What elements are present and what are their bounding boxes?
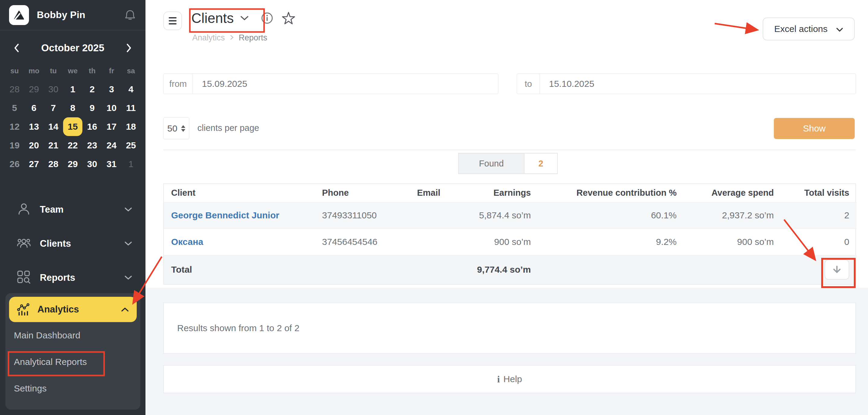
calendar-next-button[interactable] xyxy=(124,42,133,54)
people-icon xyxy=(17,236,31,251)
date-from-group: from 15.09.2025 xyxy=(163,73,498,94)
breadcrumb-analytics[interactable]: Analytics xyxy=(192,33,225,42)
calendar-day[interactable]: 29 xyxy=(24,80,43,99)
phone-cell: 37493311050 xyxy=(315,202,402,229)
column-header-total-visits: Total visits xyxy=(781,184,857,202)
app-name: Bobby Pin xyxy=(37,9,85,21)
calendar-day[interactable]: 25 xyxy=(121,136,141,155)
calendar-title: October 2025 xyxy=(41,42,104,54)
client-link[interactable]: George Bennedict Junior xyxy=(164,202,315,229)
calendar-weekdays: sumotuwethfrsa xyxy=(5,67,141,75)
total-visits-cell: 2 xyxy=(781,202,857,229)
per-page-label: clients per page xyxy=(197,123,259,133)
calendar-day[interactable]: 23 xyxy=(83,136,102,155)
page-title[interactable]: Clients xyxy=(191,10,234,26)
found-count-badge[interactable]: 2 xyxy=(525,153,558,174)
calendar-day[interactable]: 30 xyxy=(83,155,102,173)
section-divider xyxy=(163,150,856,150)
stepper-arrows-icon[interactable] xyxy=(181,125,185,132)
calendar-day[interactable]: 20 xyxy=(24,136,43,155)
calendar-day[interactable]: 14 xyxy=(44,117,63,136)
revenue-cell: 60.1% xyxy=(538,202,684,229)
chevron-down-icon xyxy=(124,241,132,246)
to-label: to xyxy=(517,74,540,94)
calendar-day[interactable]: 28 xyxy=(44,155,63,173)
calendar-day[interactable]: 9 xyxy=(83,99,102,117)
calendar-day[interactable]: 1 xyxy=(63,80,83,99)
calendar-day[interactable]: 21 xyxy=(44,136,63,155)
tab-found[interactable]: Found xyxy=(458,153,525,174)
per-page-stepper[interactable]: 50 xyxy=(163,117,189,139)
sidebar-header: Bobby Pin xyxy=(0,0,146,30)
excel-actions-button[interactable]: Excel actions xyxy=(763,18,855,40)
calendar-day[interactable]: 13 xyxy=(24,117,43,136)
sidebar-item-analytical-reports[interactable]: Analytical Reports xyxy=(9,349,137,375)
chevron-right-icon xyxy=(230,33,234,42)
calendar-day[interactable]: 30 xyxy=(44,80,63,99)
calendar-day[interactable]: 24 xyxy=(102,136,121,155)
calendar-day[interactable]: 7 xyxy=(44,99,63,117)
clients-table: Client Phone Email Earnings Revenue cont… xyxy=(164,184,857,284)
table-row: Оксана 37456454546 900 so’m 9.2% 900 so’… xyxy=(164,229,857,255)
calendar-day[interactable]: 31 xyxy=(102,155,121,173)
date-to-input[interactable]: 15.10.2025 xyxy=(540,74,856,94)
calendar-day[interactable]: 8 xyxy=(63,99,83,117)
show-button[interactable]: Show xyxy=(774,118,855,139)
calendar-days-grid: 2829301234567891011121314151617181920212… xyxy=(5,80,141,173)
calendar-day[interactable]: 2 xyxy=(83,80,102,99)
client-link[interactable]: Оксана xyxy=(164,229,315,255)
calendar-day-selected[interactable]: 15 xyxy=(63,117,83,136)
column-header-average-spend: Average spend xyxy=(684,184,781,202)
main-content: Clients Analytics Reports Excel actions xyxy=(146,0,868,415)
menu-toggle-button[interactable] xyxy=(163,11,182,30)
sidebar-item-settings[interactable]: Settings xyxy=(9,375,137,402)
chevron-down-icon xyxy=(124,275,132,280)
column-header-email: Email xyxy=(402,184,447,202)
sidebar-menu: Team Clients Reports xyxy=(0,196,146,292)
calendar-day[interactable]: 12 xyxy=(5,117,24,136)
calendar: October 2025 sumotuwethfrsa 282930123456… xyxy=(0,41,146,173)
sidebar-item-clients[interactable]: Clients xyxy=(0,230,146,258)
calendar-prev-button[interactable] xyxy=(12,42,21,54)
person-icon xyxy=(17,202,31,217)
calendar-day[interactable]: 11 xyxy=(121,99,141,117)
email-cell xyxy=(402,202,447,229)
calendar-day[interactable]: 26 xyxy=(5,155,24,173)
calendar-day[interactable]: 1 xyxy=(121,155,141,173)
calendar-day[interactable]: 18 xyxy=(121,117,141,136)
breadcrumb-reports[interactable]: Reports xyxy=(239,33,268,42)
table-row: George Bennedict Junior 37493311050 5,87… xyxy=(164,202,857,229)
bell-icon[interactable] xyxy=(124,9,136,22)
analytics-panel: Analytics Main Dashboard Analytical Repo… xyxy=(5,293,140,410)
app-logo xyxy=(9,5,29,25)
calendar-day[interactable]: 10 xyxy=(102,99,121,117)
star-icon[interactable] xyxy=(282,11,296,25)
email-cell xyxy=(402,229,447,255)
sidebar-item-label: Reports xyxy=(40,272,75,283)
calendar-day[interactable]: 6 xyxy=(24,99,43,117)
download-button[interactable] xyxy=(825,260,849,280)
calendar-day[interactable]: 22 xyxy=(63,136,83,155)
reports-grid-icon xyxy=(17,270,31,285)
sidebar: Bobby Pin October 2025 sumotuwethfrsa 28… xyxy=(0,0,146,415)
sidebar-item-label: Clients xyxy=(40,238,71,249)
date-from-input[interactable]: 15.09.2025 xyxy=(193,74,498,94)
calendar-day[interactable]: 5 xyxy=(5,99,24,117)
sidebar-item-analytics[interactable]: Analytics xyxy=(9,297,137,322)
calendar-day[interactable]: 17 xyxy=(102,117,121,136)
calendar-day[interactable]: 3 xyxy=(102,80,121,99)
calendar-day[interactable]: 29 xyxy=(63,155,83,173)
help-card[interactable]: i Help xyxy=(163,365,856,393)
calendar-day[interactable]: 28 xyxy=(5,80,24,99)
sidebar-item-main-dashboard[interactable]: Main Dashboard xyxy=(9,322,137,349)
chevron-down-icon[interactable] xyxy=(240,15,249,21)
sidebar-item-reports[interactable]: Reports xyxy=(0,264,146,292)
calendar-day[interactable]: 27 xyxy=(24,155,43,173)
calendar-day[interactable]: 16 xyxy=(83,117,102,136)
calendar-day[interactable]: 19 xyxy=(5,136,24,155)
info-icon[interactable] xyxy=(260,11,274,25)
total-visits-cell: 0 xyxy=(781,229,857,255)
calendar-day[interactable]: 4 xyxy=(121,80,141,99)
help-label: Help xyxy=(503,374,522,384)
sidebar-item-team[interactable]: Team xyxy=(0,196,146,223)
